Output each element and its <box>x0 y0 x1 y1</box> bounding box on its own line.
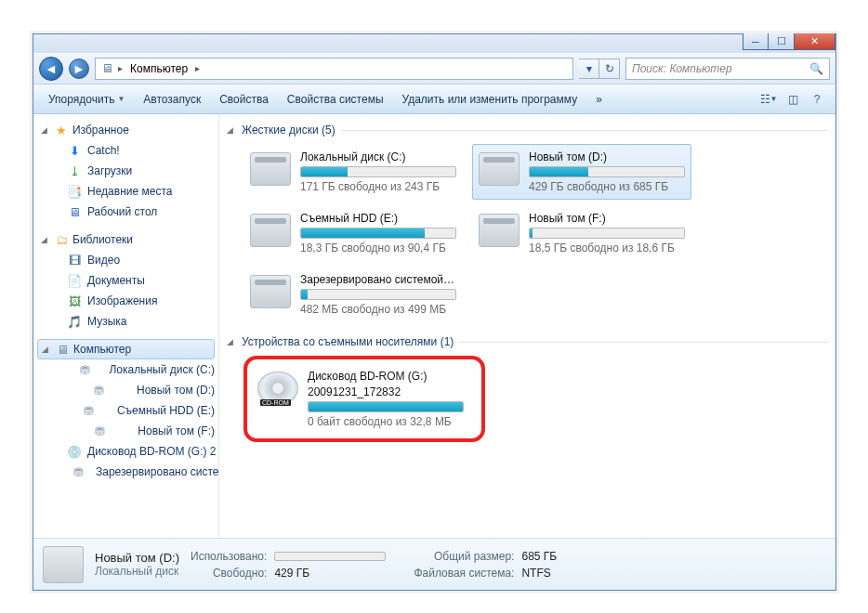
tree-item-label: Загрузки <box>87 164 132 177</box>
tree-item-label: Локальный диск (C:) <box>109 363 215 376</box>
uninstall-button[interactable]: Удалить или изменить программу <box>395 89 585 110</box>
computer-label: Компьютер <box>73 343 131 356</box>
favorites-header[interactable]: ◢ ★ Избранное <box>33 120 218 140</box>
capacity-bar <box>308 401 464 412</box>
system-properties-button[interactable]: Свойства системы <box>280 89 391 110</box>
used-label: Использовано: <box>191 550 267 563</box>
drive-icon <box>250 275 291 308</box>
details-pane: Новый том (D:) Локальный диск Использова… <box>33 538 835 590</box>
content-pane: ◢ Жесткие диски (5) Локальный диск (C:) … <box>219 114 835 538</box>
vid-icon: 🎞 <box>67 253 82 267</box>
favorites-label: Избранное <box>72 124 129 137</box>
star-icon: ★ <box>54 123 69 137</box>
titlebar[interactable]: ─ ☐ ✕ <box>33 34 835 53</box>
disc-icon: 💿 <box>67 444 82 459</box>
tree-item[interactable]: 📄Документы <box>33 270 218 291</box>
used-bar <box>274 552 386 561</box>
maximize-button[interactable]: ☐ <box>769 33 795 50</box>
drive-item[interactable]: Съемный HDD (E:) 18,3 ГБ свободно из 90,… <box>243 205 463 261</box>
section-title: Жесткие диски (5) <box>242 124 335 137</box>
close-button[interactable]: ✕ <box>795 33 835 50</box>
chevron-right-icon: ▸ <box>118 63 123 73</box>
tree-item[interactable]: ⛃Локальный диск (C:) <box>33 359 218 380</box>
tree-item[interactable]: ⛃Зарезервировано систем <box>33 462 218 482</box>
drive-item[interactable]: Новый том (D:) 429 ГБ свободно из 685 ГБ <box>472 144 691 200</box>
fs-value: NTFS <box>521 567 557 580</box>
disclosure-icon: ◢ <box>41 235 50 244</box>
disclosure-icon: ◢ <box>42 345 51 354</box>
back-button[interactable]: ◄ <box>39 57 63 81</box>
tree-item[interactable]: ⛃Новый том (D:) <box>33 380 218 400</box>
minimize-button[interactable]: ─ <box>743 33 769 50</box>
tree-item[interactable]: ⛃Съемный HDD (E:) <box>33 400 218 421</box>
disclosure-icon: ◢ <box>41 125 50 135</box>
tree-item-label: Изображения <box>87 294 157 307</box>
drive-free: 0 байт свободно из 32,8 МБ <box>308 415 464 428</box>
tree-item[interactable]: 🎵Музыка <box>33 311 218 332</box>
tree-item[interactable]: 🎞Видео <box>33 250 218 270</box>
computer-header[interactable]: ◢ 🖥 Компьютер <box>37 339 215 359</box>
size-label: Общий размер: <box>414 550 514 563</box>
computer-icon: 🖥 <box>55 342 70 357</box>
drive-item[interactable]: Локальный диск (C:) 171 ГБ свободно из 2… <box>243 144 463 200</box>
help-button[interactable]: ? <box>806 88 828 111</box>
refresh-button[interactable]: ↻ <box>599 59 620 79</box>
tree-item-label: Рабочий стол <box>87 205 157 218</box>
tree-item-label: Catch! <box>87 144 120 157</box>
tree-item[interactable]: ⛃Новый том (F:) <box>33 421 218 441</box>
capacity-bar <box>300 228 456 239</box>
mus-icon: 🎵 <box>67 314 82 329</box>
preview-pane-button[interactable]: ◫ <box>782 88 804 111</box>
organize-button[interactable]: Упорядочить ▼ <box>41 89 132 110</box>
divider <box>341 130 828 131</box>
tree-item[interactable]: 💿Дисковод BD-ROM (G:) 2 <box>33 441 218 462</box>
tree-item[interactable]: 🖥Рабочий стол <box>33 202 218 222</box>
drive-icon: ⛃ <box>67 424 132 438</box>
drive-icon <box>43 546 84 583</box>
search-input[interactable]: Поиск: Компьютер 🔍 <box>625 58 830 80</box>
drive-item[interactable]: Зарезервировано системой (Z:) 482 МБ сво… <box>243 267 463 322</box>
libraries-header[interactable]: ◢ 🗂 Библиотеки <box>33 229 218 250</box>
address-bar[interactable]: 🖥 ▸ Компьютер ▸ <box>95 58 573 80</box>
drive-free: 482 МБ свободно из 499 МБ <box>300 303 456 316</box>
overflow-button[interactable]: » <box>588 89 610 110</box>
chevron-down-icon: ▼ <box>117 95 125 103</box>
drive-name: Дисковод BD-ROM (G:) <box>308 370 464 383</box>
properties-button[interactable]: Свойства <box>212 89 276 110</box>
computer-group: ◢ 🖥 Компьютер ⛃Локальный диск (C:)⛃Новый… <box>33 339 218 482</box>
section-removable-header[interactable]: ◢ Устройства со съемными носителями (1) <box>227 330 828 356</box>
explorer-window: ─ ☐ ✕ ◄ ► 🖥 ▸ Компьютер ▸ ▾ ↻ Поиск: Ком… <box>33 33 836 591</box>
drive-free: 429 ГБ свободно из 685 ГБ <box>529 180 685 193</box>
capacity-bar <box>529 228 685 239</box>
drive-item[interactable]: Новый том (F:) 18,5 ГБ свободно из 18,6 … <box>472 205 691 261</box>
drive-free: 18,3 ГБ свободно из 90,4 ГБ <box>300 241 456 254</box>
disc-icon: CD-ROM <box>257 372 298 405</box>
drive-free: 18,5 ГБ свободно из 18,6 ГБ <box>529 241 685 254</box>
drive-icon <box>479 214 519 247</box>
nav-bar: ◄ ► 🖥 ▸ Компьютер ▸ ▾ ↻ Поиск: Компьютер… <box>33 53 835 85</box>
capacity-bar <box>529 166 685 177</box>
drive-name: Новый том (D:) <box>529 150 685 163</box>
dropdown-button[interactable]: ▾ <box>579 59 599 79</box>
breadcrumb-computer[interactable]: Компьютер <box>126 60 191 77</box>
tree-item-label: Видео <box>87 254 120 267</box>
status-title: Новый том (D:) <box>95 551 179 565</box>
section-hdd-header[interactable]: ◢ Жесткие диски (5) <box>227 118 828 144</box>
drive-icon <box>250 214 291 247</box>
forward-button[interactable]: ► <box>69 59 89 79</box>
tree-item[interactable]: ⬇Catch! <box>33 140 218 161</box>
tree-item-label: Дисковод BD-ROM (G:) 2 <box>87 445 217 458</box>
tree-item[interactable]: 🖼Изображения <box>33 291 218 311</box>
tree-item[interactable]: 📑Недавние места <box>33 181 218 202</box>
free-label: Свободно: <box>191 567 267 580</box>
fs-label: Файловая система: <box>414 567 514 580</box>
tree-item-label: Съемный HDD (E:) <box>117 404 215 417</box>
drive-item[interactable]: CD-ROM Дисковод BD-ROM (G:) 20091231_172… <box>251 363 470 435</box>
tree-item[interactable]: ⤓Загрузки <box>33 161 218 181</box>
view-button[interactable]: ☷ ▼ <box>757 88 780 111</box>
libraries-group: ◢ 🗂 Библиотеки 🎞Видео📄Документы🖼Изображе… <box>33 229 218 332</box>
chevron-right-icon: ▸ <box>195 63 200 73</box>
capacity-bar <box>300 289 456 300</box>
catch-icon: ⬇ <box>67 143 82 158</box>
autoplay-button[interactable]: Автозапуск <box>136 89 208 110</box>
